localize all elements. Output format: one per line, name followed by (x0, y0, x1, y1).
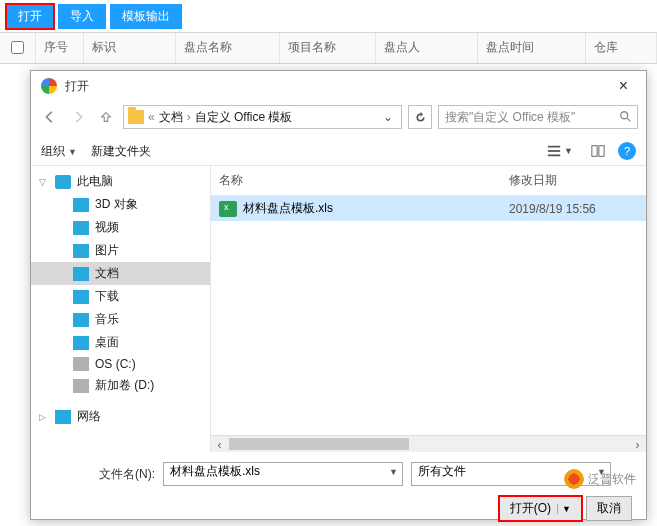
video-icon (73, 221, 89, 235)
tree-music[interactable]: 音乐 (31, 308, 210, 331)
col-name[interactable]: 名称 (219, 172, 509, 189)
col-check-name: 盘点名称 (176, 33, 280, 63)
download-icon (73, 290, 89, 304)
drive-icon (73, 379, 89, 393)
organize-menu[interactable]: 组织▼ (41, 143, 77, 160)
template-output-button[interactable]: 模板输出 (110, 4, 182, 29)
chevron-down-icon: ▼ (389, 467, 398, 477)
breadcrumb-dropdown-icon[interactable]: ⌄ (379, 110, 397, 124)
file-list-header: 名称 修改日期 (211, 166, 646, 196)
picture-icon (73, 244, 89, 258)
tree-drive-d[interactable]: 新加卷 (D:) (31, 374, 210, 397)
folder-icon (128, 110, 144, 124)
horizontal-scrollbar[interactable]: ‹ › (211, 435, 646, 452)
dialog-nav: « 文档 › 自定义 Office 模板 ⌄ 搜索"自定义 Office 模板" (31, 101, 646, 135)
col-project-name: 项目名称 (280, 33, 376, 63)
search-input[interactable]: 搜索"自定义 Office 模板" (438, 105, 638, 129)
search-placeholder: 搜索"自定义 Office 模板" (445, 109, 575, 126)
document-icon (73, 267, 89, 281)
cancel-button[interactable]: 取消 (586, 496, 632, 521)
network-icon (55, 410, 71, 424)
breadcrumb[interactable]: « 文档 › 自定义 Office 模板 ⌄ (123, 105, 402, 129)
dialog-toolbar: 组织▼ 新建文件夹 ▼ ? (31, 135, 646, 166)
col-index: 序号 (36, 33, 84, 63)
filename-label: 文件名(N): (45, 466, 155, 483)
col-warehouse: 仓库 (586, 33, 657, 63)
scroll-right-icon[interactable]: › (629, 436, 646, 452)
tree-drive-c[interactable]: OS (C:) (31, 354, 210, 374)
open-split-dropdown[interactable]: ▼ (557, 504, 571, 514)
new-folder-button[interactable]: 新建文件夹 (91, 143, 151, 160)
import-button[interactable]: 导入 (58, 4, 106, 29)
col-flag: 标识 (84, 33, 176, 63)
select-all-checkbox[interactable] (11, 41, 24, 54)
svg-rect-4 (592, 146, 597, 157)
file-row[interactable]: 材料盘点模板.xls 2019/8/19 15:56 (211, 196, 646, 221)
help-icon[interactable]: ? (618, 142, 636, 160)
dialog-title: 打开 (65, 78, 611, 95)
pc-icon (55, 175, 71, 189)
desktop-icon (73, 336, 89, 350)
search-icon (619, 110, 633, 124)
open-button[interactable]: 打开 (6, 4, 54, 29)
view-mode-button[interactable]: ▼ (542, 141, 578, 161)
tree-documents[interactable]: 文档 (31, 262, 210, 285)
tree-downloads[interactable]: 下载 (31, 285, 210, 308)
drive-icon (73, 357, 89, 371)
breadcrumb-seg1[interactable]: 文档 (159, 109, 183, 126)
nav-forward-button[interactable] (67, 106, 89, 128)
filename-combo[interactable]: 材料盘点模板.xls▼ (163, 462, 403, 486)
refresh-button[interactable] (408, 105, 432, 129)
nav-back-button[interactable] (39, 106, 61, 128)
svg-rect-5 (599, 146, 604, 157)
close-icon[interactable]: × (611, 77, 636, 95)
file-name: 材料盘点模板.xls (243, 200, 509, 217)
chevron-right-icon: › (183, 110, 195, 124)
xls-file-icon (219, 201, 237, 217)
file-mtime: 2019/8/19 15:56 (509, 202, 629, 216)
data-table-header: 序号 标识 盘点名称 项目名称 盘点人 盘点时间 仓库 (0, 32, 657, 64)
col-check-time: 盘点时间 (478, 33, 586, 63)
file-open-dialog: 打开 × « 文档 › 自定义 Office 模板 ⌄ 搜索"自定义 Offic… (30, 70, 647, 520)
col-checker: 盘点人 (376, 33, 478, 63)
filetype-combo[interactable]: 所有文件▼ (411, 462, 611, 486)
tree-this-pc[interactable]: ▽此电脑 (31, 170, 210, 193)
main-toolbar: 打开 导入 模板输出 (0, 0, 657, 32)
col-mtime[interactable]: 修改日期 (509, 172, 629, 189)
app-logo-icon (41, 78, 57, 94)
chevron-down-icon: ▼ (597, 467, 606, 477)
scroll-left-icon[interactable]: ‹ (211, 436, 228, 452)
nav-up-button[interactable] (95, 106, 117, 128)
svg-rect-1 (548, 146, 560, 148)
dialog-bottom: 文件名(N): 材料盘点模板.xls▼ 所有文件▼ 打开(O)▼ 取消 (31, 452, 646, 526)
tree-network[interactable]: ▷网络 (31, 405, 210, 428)
scroll-thumb[interactable] (229, 438, 409, 450)
svg-rect-3 (548, 155, 560, 157)
preview-pane-button[interactable] (586, 141, 610, 161)
tree-3d-objects[interactable]: 3D 对象 (31, 193, 210, 216)
breadcrumb-pre: « (144, 110, 159, 124)
dialog-titlebar: 打开 × (31, 71, 646, 101)
tree-videos[interactable]: 视频 (31, 216, 210, 239)
file-list: 名称 修改日期 材料盘点模板.xls 2019/8/19 15:56 ‹ › (211, 166, 646, 452)
music-icon (73, 313, 89, 327)
svg-point-0 (621, 112, 628, 119)
cube-icon (73, 198, 89, 212)
folder-tree[interactable]: ▽此电脑 3D 对象 视频 图片 文档 下载 音乐 桌面 OS (C:) 新加卷… (31, 166, 211, 452)
breadcrumb-seg2[interactable]: 自定义 Office 模板 (195, 109, 293, 126)
tree-pictures[interactable]: 图片 (31, 239, 210, 262)
open-file-button[interactable]: 打开(O)▼ (499, 496, 582, 521)
tree-desktop[interactable]: 桌面 (31, 331, 210, 354)
svg-rect-2 (548, 150, 560, 152)
